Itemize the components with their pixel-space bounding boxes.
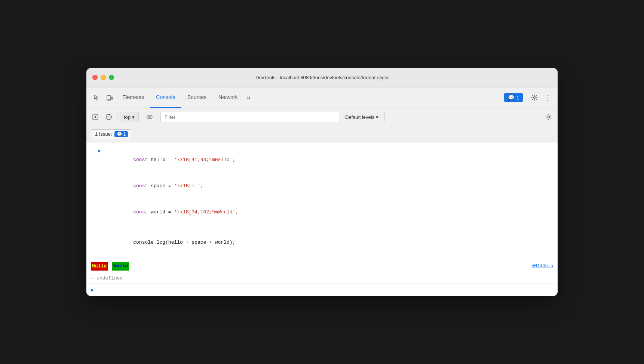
device-icon [106, 94, 113, 101]
clear-console-button[interactable] [103, 111, 115, 123]
dropdown-arrow-icon: ▾ [132, 114, 135, 120]
tab-network[interactable]: Network [212, 87, 243, 108]
chat-icon: 💬 [508, 95, 514, 101]
more-options-button[interactable]: ⋮ [541, 91, 555, 104]
log-levels-selector[interactable]: Default levels ▾ [341, 112, 382, 122]
issues-badge[interactable]: 💬 1 [504, 93, 523, 102]
issues-count-badge: 💬 1 [114, 131, 128, 137]
close-button[interactable] [92, 75, 98, 80]
run-script-button[interactable] [89, 111, 101, 123]
maximize-button[interactable] [109, 75, 114, 80]
world-output: World [112, 262, 129, 271]
prompt-arrow-icon: ▶ [91, 287, 94, 293]
svg-point-9 [149, 116, 150, 118]
console-settings-button[interactable] [543, 111, 555, 123]
gear-icon-2 [545, 114, 552, 120]
tabs-bar: Elements Console Sources Network » 💬 1 [86, 87, 558, 108]
play-icon [92, 114, 99, 120]
svg-point-10 [548, 116, 550, 118]
tab-console[interactable]: Console [150, 87, 181, 108]
more-tabs-button[interactable]: » [243, 91, 253, 104]
tab-sources[interactable]: Sources [181, 87, 212, 108]
window-title: DevTools - localhost:8080/docs/devtools/… [255, 75, 389, 80]
console-toolbar: top ▾ Default levels ▾ [86, 108, 558, 126]
console-content: ▶ const hello = '\x1B[41;93;4mHello'; co… [86, 142, 558, 296]
svg-rect-1 [111, 97, 113, 99]
vm-link[interactable]: VM1446:5 [531, 263, 553, 270]
undefined-row: ← undefined [86, 273, 558, 284]
inspect-element-button[interactable] [89, 91, 103, 104]
code-line-4: console.log(hello + space + world); [104, 229, 238, 255]
context-selector[interactable]: top ▾ [120, 112, 139, 122]
settings-button[interactable] [528, 91, 541, 104]
svg-marker-5 [95, 116, 97, 118]
traffic-lights [92, 75, 114, 80]
divider-3 [158, 112, 158, 121]
code-line-3: const world = '\x1B[34;102;9mWorld'; [104, 199, 238, 225]
issues-pill[interactable]: 1 Issue: 💬 1 [91, 129, 132, 139]
divider [526, 93, 526, 102]
levels-dropdown-arrow: ▾ [376, 114, 378, 120]
minimize-button[interactable] [101, 75, 106, 80]
svg-point-3 [534, 97, 536, 99]
return-arrow-icon: ← [91, 276, 93, 281]
console-output-line: Hello World VM1446:5 [86, 260, 558, 273]
cursor-icon [93, 94, 99, 101]
divider-2 [141, 112, 141, 121]
title-bar: DevTools - localhost:8080/docs/devtools/… [86, 68, 558, 87]
expand-arrow[interactable]: ▶ [98, 147, 101, 155]
code-line-1: const hello = '\x1B[41;93;4mHello'; [104, 147, 238, 173]
live-expressions-button[interactable] [144, 111, 156, 123]
divider-1 [117, 112, 117, 121]
eye-icon [146, 114, 153, 120]
issues-chat-icon: 💬 [117, 132, 122, 137]
tab-elements[interactable]: Elements [116, 87, 150, 108]
console-prompt[interactable]: ▶ [86, 284, 558, 296]
code-line-2: const space = '\x1B[m '; [104, 173, 238, 199]
svg-point-8 [147, 115, 152, 119]
no-entry-icon [105, 114, 112, 120]
divider-4 [384, 112, 385, 121]
hello-output: Hello [91, 262, 108, 271]
code-entry: ▶ const hello = '\x1B[41;93;4mHello'; co… [86, 142, 558, 260]
issues-bar: 1 Issue: 💬 1 [86, 126, 558, 142]
filter-input[interactable] [160, 112, 340, 122]
gear-icon [531, 94, 538, 101]
devtools-window: DevTools - localhost:8080/docs/devtools/… [86, 68, 558, 296]
device-toolbar-button[interactable] [103, 91, 116, 104]
